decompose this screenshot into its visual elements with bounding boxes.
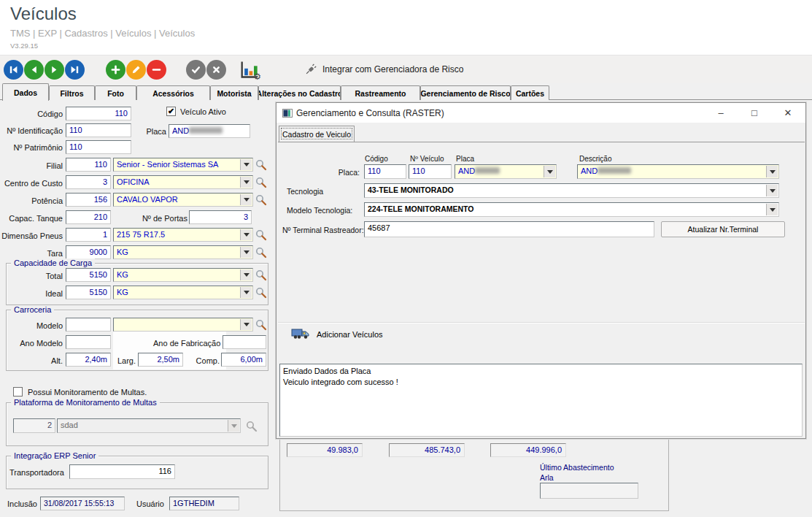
integrate-risk-button[interactable]: Integrar com Gerenciadora de Risco xyxy=(305,63,463,75)
carga-ideal-code-field[interactable]: 5150 xyxy=(66,286,111,299)
tab-motorista[interactable]: Motorista xyxy=(210,85,258,100)
edit-record-button[interactable] xyxy=(126,60,146,80)
potencia-label: Potência xyxy=(0,196,63,205)
centro-custo-search-icon[interactable] xyxy=(255,176,267,188)
placa-label: Placa xyxy=(124,127,166,136)
dialog-nveiculo-field[interactable]: 110 xyxy=(409,164,452,179)
tab-alteracoes[interactable]: Alterações no Cadastro xyxy=(258,85,341,100)
modelo-tecnologia-combo[interactable]: 224-TELE MONITORAMENTO xyxy=(364,202,779,217)
tab-foto[interactable]: Foto xyxy=(95,85,136,100)
carga-ideal-combo[interactable]: KG xyxy=(113,286,253,299)
carga-total-search-icon[interactable] xyxy=(255,269,267,281)
first-record-button[interactable] xyxy=(4,60,23,80)
confirm-button[interactable] xyxy=(186,60,206,80)
codigo-field[interactable]: 110 xyxy=(66,107,131,120)
pneus-search-icon[interactable] xyxy=(255,229,267,241)
dialog-divider xyxy=(278,322,805,323)
centro-custo-combo-value: OFICINA xyxy=(117,177,150,186)
tara-search-icon[interactable] xyxy=(255,246,267,258)
placa-field[interactable]: AND xyxy=(169,124,250,138)
centro-custo-dropdown-arrow[interactable] xyxy=(240,177,252,188)
alt-label: Alt. xyxy=(29,356,63,365)
filial-combo[interactable]: Senior - Senior Sistemas SA xyxy=(113,158,253,172)
veiculo-ativo-checkbox[interactable]: ✔ xyxy=(166,107,176,116)
centro-custo-combo[interactable]: OFICINA xyxy=(113,175,253,189)
dialog-descricao-combo[interactable]: AND xyxy=(577,164,779,179)
carga-total-dropdown-arrow[interactable] xyxy=(240,269,252,280)
add-record-button[interactable] xyxy=(106,60,125,80)
comp-field[interactable]: 6,00m xyxy=(221,353,266,367)
multas-checkbox[interactable] xyxy=(13,387,23,397)
potencia-search-icon[interactable] xyxy=(255,194,267,206)
filial-code-field[interactable]: 110 xyxy=(66,158,111,172)
tara-dropdown-arrow[interactable] xyxy=(240,247,252,258)
dialog-titlebar[interactable]: Gerenciamento e Consulta (RASTER) – □ ✕ xyxy=(277,103,805,123)
tecnologia-combo[interactable]: 43-TELE MONITORADO xyxy=(364,183,779,198)
carga-ideal-dropdown-arrow[interactable] xyxy=(240,287,252,298)
chart-report-button[interactable]: ⚙ xyxy=(239,59,259,80)
delete-record-button[interactable] xyxy=(147,60,166,80)
filial-dropdown-arrow[interactable] xyxy=(240,159,252,170)
carga-ideal-combo-value: KG xyxy=(117,288,128,296)
ano-fabricacao-field[interactable] xyxy=(223,335,266,349)
potencia-code-field[interactable]: 156 xyxy=(66,193,111,207)
next-record-button[interactable] xyxy=(45,60,64,80)
dialog-app-icon xyxy=(282,109,293,118)
dialog-tab-cadastro-veiculo[interactable]: Cadastro de Veiculo xyxy=(279,126,355,142)
raster-dialog: Gerenciamento e Consulta (RASTER) – □ ✕ … xyxy=(276,102,806,439)
modelo-tecnologia-combo-value: 224-TELE MONITORAMENTO xyxy=(368,204,473,213)
tab-rastreamento[interactable]: Rastreamento xyxy=(341,85,420,100)
modelo-tecnologia-dropdown-arrow[interactable] xyxy=(766,204,778,215)
inclusao-field: 31/08/2017 15:55:13 xyxy=(40,497,125,510)
carga-total-code-field[interactable]: 5150 xyxy=(66,268,111,282)
tara-code-field[interactable]: 9000 xyxy=(66,245,111,259)
capac-tanque-field[interactable]: 210 xyxy=(66,210,111,224)
larg-field[interactable]: 2,50m xyxy=(138,353,183,367)
potencia-combo[interactable]: CAVALO VAPOR xyxy=(113,193,253,207)
dialog-codigo-field[interactable]: 110 xyxy=(364,164,406,179)
modelo-search-icon[interactable] xyxy=(255,318,267,331)
maximize-button[interactable]: □ xyxy=(740,103,769,123)
filial-search-icon[interactable] xyxy=(255,158,267,171)
carga-ideal-search-icon[interactable] xyxy=(255,286,267,299)
dialog-descricao-dropdown-arrow[interactable] xyxy=(766,166,778,177)
previous-record-button[interactable] xyxy=(24,60,44,80)
modelo-dropdown-arrow[interactable] xyxy=(240,319,252,330)
dialog-placa-combo[interactable]: AND xyxy=(455,164,557,179)
pneus-code-field[interactable]: 1 xyxy=(66,228,111,242)
modelo-code-field[interactable] xyxy=(66,318,111,332)
tab-dados[interactable]: Dados xyxy=(2,83,49,101)
tara-combo[interactable]: KG xyxy=(113,245,253,259)
pneus-combo[interactable]: 215 75 R17.5 xyxy=(113,228,253,242)
last-record-button[interactable] xyxy=(65,60,85,80)
integration-log[interactable]: Enviado Dados da Placa Veiculo integrado… xyxy=(279,364,803,437)
pneus-dropdown-arrow[interactable] xyxy=(240,229,252,240)
alt-field[interactable]: 2,40m xyxy=(66,353,111,367)
patrimonio-field[interactable]: 110 xyxy=(66,140,131,154)
usuario-field: 1GTHEDIM xyxy=(169,497,239,510)
odometer-field-3: 449.996,0 xyxy=(490,443,566,457)
transportadora-field[interactable]: 116 xyxy=(69,464,175,479)
carga-total-combo[interactable]: KG xyxy=(113,268,253,282)
portas-field[interactable]: 3 xyxy=(189,210,252,224)
dialog-placa-dropdown-arrow[interactable] xyxy=(544,166,555,177)
dialog-tab-page-border xyxy=(278,142,805,142)
modelo-combo[interactable] xyxy=(113,318,253,332)
potencia-dropdown-arrow[interactable] xyxy=(240,194,252,205)
tab-filtros[interactable]: Filtros xyxy=(49,85,95,100)
identificacao-field[interactable]: 110 xyxy=(66,123,131,137)
cancel-button[interactable] xyxy=(206,60,226,80)
adicionar-veiculos-button[interactable]: Adicionar Veículos xyxy=(285,325,389,343)
terminal-field[interactable]: 45687 xyxy=(364,221,654,237)
minimize-button[interactable]: – xyxy=(706,103,735,123)
tab-cartoes[interactable]: Cartões xyxy=(511,85,549,100)
tecnologia-dropdown-arrow[interactable] xyxy=(766,185,778,196)
plataforma-search-icon[interactable] xyxy=(245,420,258,432)
check-icon xyxy=(190,64,201,75)
tab-acessorios[interactable]: Acessórios xyxy=(136,85,210,100)
atualizar-terminal-button[interactable]: Atualizar Nr.Terminal xyxy=(661,221,785,237)
close-button[interactable]: ✕ xyxy=(773,103,803,123)
ano-modelo-field[interactable] xyxy=(66,335,111,349)
tab-gerenciamento-risco[interactable]: Gerenciamento de Risco xyxy=(420,85,511,100)
centro-custo-code-field[interactable]: 3 xyxy=(66,175,111,189)
